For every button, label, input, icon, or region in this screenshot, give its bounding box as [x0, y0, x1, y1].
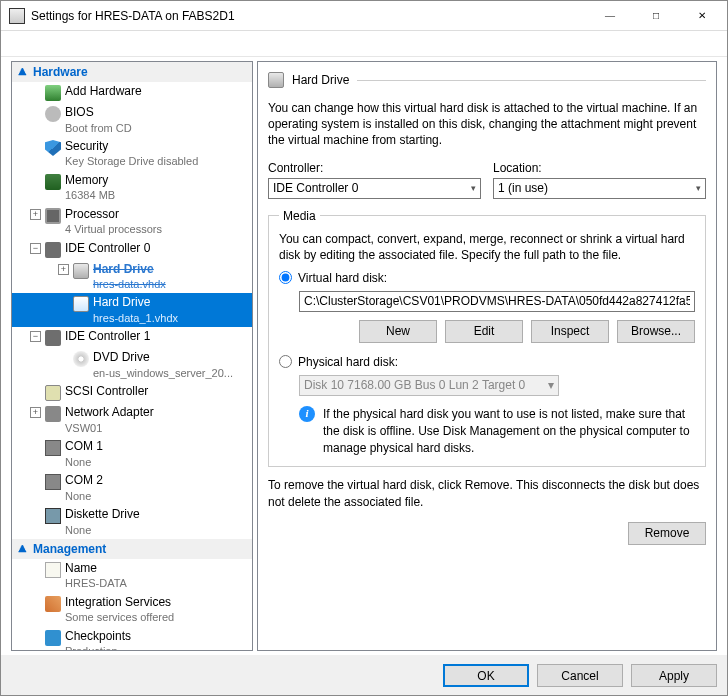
collapse-icon[interactable]: − [30, 243, 41, 254]
tree-add-hardware[interactable]: Add Hardware [12, 82, 252, 103]
collapse-icon: ⯅ [18, 544, 27, 554]
tree-processor[interactable]: + Processor4 Virtual processors [12, 205, 252, 239]
tree-bios[interactable]: BIOSBoot from CD [12, 103, 252, 137]
tree-hard-drive-removed[interactable]: + Hard Drivehres-data.vhdx [12, 260, 252, 294]
phd-radio[interactable] [279, 355, 292, 368]
tree-scsi-controller[interactable]: SCSI Controller [12, 382, 252, 403]
shield-icon [45, 140, 61, 156]
remove-text: To remove the virtual hard disk, click R… [268, 477, 706, 509]
app-icon [9, 8, 25, 24]
collapse-icon: ⯅ [18, 67, 27, 77]
tree-ide-controller-1[interactable]: − IDE Controller 1 [12, 327, 252, 348]
vhd-radio-label[interactable]: Virtual hard disk: [298, 271, 387, 285]
controller-icon [45, 330, 61, 346]
new-button[interactable]: New [359, 320, 437, 343]
tree-com1[interactable]: COM 1None [12, 437, 252, 471]
expand-icon[interactable]: + [30, 407, 41, 418]
com-port-icon [45, 440, 61, 456]
edit-button[interactable]: Edit [445, 320, 523, 343]
dvd-icon [73, 351, 89, 367]
controller-label: Controller: [268, 161, 481, 175]
apply-button[interactable]: Apply [631, 664, 717, 687]
memory-icon [45, 174, 61, 190]
divider [357, 80, 706, 81]
media-text: You can compact, convert, expand, merge,… [279, 231, 695, 263]
panel-title: Hard Drive [292, 73, 349, 87]
gear-icon [45, 106, 61, 122]
chevron-down-icon: ▾ [548, 378, 554, 392]
body-split: ⯅ Hardware Add Hardware BIOSBoot from CD… [1, 57, 727, 655]
close-button[interactable]: ✕ [679, 2, 725, 30]
tree-name[interactable]: NameHRES-DATA [12, 559, 252, 593]
settings-window: Settings for HRES-DATA on FABS2D1 — □ ✕ … [0, 0, 728, 696]
window-title: Settings for HRES-DATA on FABS2D1 [31, 9, 587, 23]
vhd-path-input[interactable] [299, 291, 695, 312]
panel-header: Hard Drive [268, 72, 706, 88]
tree-dvd-drive[interactable]: DVD Driveen-us_windows_server_20... [12, 348, 252, 382]
network-icon [45, 406, 61, 422]
settings-panel: Hard Drive You can change how this virtu… [257, 61, 717, 651]
com-port-icon [45, 474, 61, 490]
inspect-button[interactable]: Inspect [531, 320, 609, 343]
management-section-header[interactable]: ⯅ Management [12, 539, 252, 559]
panel-intro: You can change how this virtual hard dis… [268, 100, 706, 149]
cancel-button[interactable]: Cancel [537, 664, 623, 687]
ok-button[interactable]: OK [443, 664, 529, 687]
chevron-down-icon: ▾ [471, 183, 476, 193]
maximize-button[interactable]: □ [633, 2, 679, 30]
hard-drive-icon [73, 296, 89, 312]
checkpoints-icon [45, 630, 61, 646]
browse-button[interactable]: Browse... [617, 320, 695, 343]
phd-info-text: If the physical hard disk you want to us… [323, 406, 695, 456]
hardware-icon [45, 85, 61, 101]
dialog-footer: OK Cancel Apply [1, 655, 727, 695]
phd-radio-label[interactable]: Physical hard disk: [298, 355, 398, 369]
scsi-icon [45, 385, 61, 401]
tree-memory[interactable]: Memory16384 MB [12, 171, 252, 205]
phd-dropdown-disabled: Disk 10 7168.00 GB Bus 0 Lun 2 Target 0 … [299, 375, 559, 396]
tree-diskette-drive[interactable]: Diskette DriveNone [12, 505, 252, 539]
collapse-icon[interactable]: − [30, 331, 41, 342]
expand-icon[interactable]: + [30, 209, 41, 220]
controller-icon [45, 242, 61, 258]
diskette-icon [45, 508, 61, 524]
hard-drive-icon [268, 72, 284, 88]
tree-security[interactable]: SecurityKey Storage Drive disabled [12, 137, 252, 171]
chevron-down-icon: ▾ [696, 183, 701, 193]
name-tag-icon [45, 562, 61, 578]
integration-icon [45, 596, 61, 612]
titlebar: Settings for HRES-DATA on FABS2D1 — □ ✕ [1, 1, 727, 31]
tree-checkpoints[interactable]: CheckpointsProduction [12, 627, 252, 651]
location-label: Location: [493, 161, 706, 175]
toolbar-btn-2[interactable] [35, 33, 55, 53]
media-legend: Media [279, 209, 320, 223]
tree-hard-drive-selected[interactable]: Hard Drivehres-data_1.vhdx [12, 293, 252, 327]
hard-drive-icon [73, 263, 89, 279]
remove-button[interactable]: Remove [628, 522, 706, 545]
toolbar [1, 31, 727, 57]
media-fieldset: Media You can compact, convert, expand, … [268, 209, 706, 468]
info-icon: i [299, 406, 315, 422]
tree-integration-services[interactable]: Integration ServicesSome services offere… [12, 593, 252, 627]
tree-com2[interactable]: COM 2None [12, 471, 252, 505]
tree-ide-controller-0[interactable]: − IDE Controller 0 [12, 239, 252, 260]
expand-icon[interactable]: + [58, 264, 69, 275]
minimize-button[interactable]: — [587, 2, 633, 30]
tree-network-adapter[interactable]: + Network AdapterVSW01 [12, 403, 252, 437]
vhd-radio[interactable] [279, 271, 292, 284]
hardware-tree[interactable]: ⯅ Hardware Add Hardware BIOSBoot from CD… [11, 61, 253, 651]
toolbar-btn-1[interactable] [11, 33, 31, 53]
controller-dropdown[interactable]: IDE Controller 0 ▾ [268, 178, 481, 199]
processor-icon [45, 208, 61, 224]
hardware-section-header[interactable]: ⯅ Hardware [12, 62, 252, 82]
location-dropdown[interactable]: 1 (in use) ▾ [493, 178, 706, 199]
